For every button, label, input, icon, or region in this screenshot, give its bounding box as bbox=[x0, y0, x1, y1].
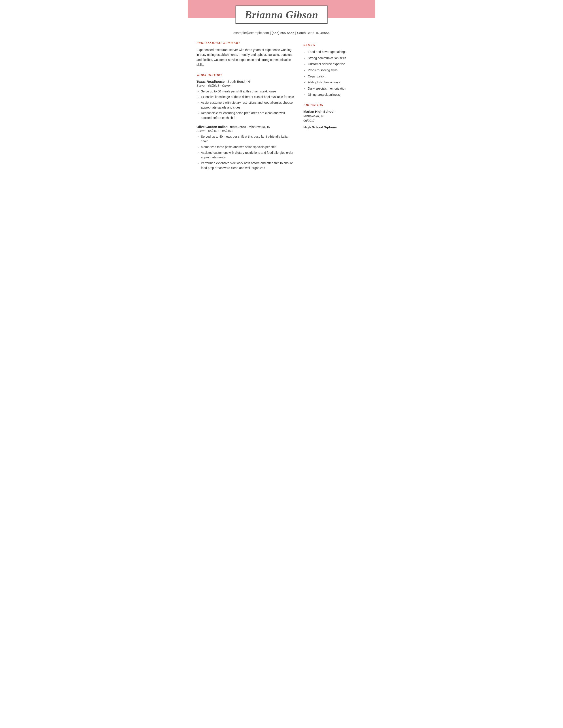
job-2-bullets: Served up to 40 meals per shift at this … bbox=[196, 134, 295, 171]
job-2-location: Mishawaka, IN bbox=[248, 125, 270, 129]
job-1-bullets: Serve up to 50 meals per shift at this c… bbox=[196, 89, 295, 120]
name-box: Brianna Gibson bbox=[235, 6, 328, 24]
location: South Bend, IN 46556 bbox=[297, 31, 330, 35]
job-2-location-separator: . bbox=[247, 125, 248, 129]
professional-summary-title: PROFESSIONAL SUMMARY bbox=[196, 41, 295, 45]
phone: (555) 555-5555 bbox=[271, 31, 294, 35]
list-item: Memorized three pasta and two salad spec… bbox=[201, 145, 295, 150]
list-item: Served up to 40 meals per shift at this … bbox=[201, 134, 295, 144]
list-item: Strong communication skills bbox=[308, 56, 367, 61]
list-item: Serve up to 50 meals per shift at this c… bbox=[201, 89, 295, 94]
list-item: Organization bbox=[308, 74, 367, 79]
candidate-name: Brianna Gibson bbox=[245, 9, 319, 21]
job-2-company-line: Olive Garden Italian Restaurant . Mishaw… bbox=[196, 125, 295, 129]
education-title: EDUCATION bbox=[304, 103, 367, 107]
degree: High School Diploma bbox=[304, 125, 367, 129]
skills-title: SKILLS bbox=[304, 43, 367, 47]
main-content: PROFESSIONAL SUMMARY Experienced restaur… bbox=[188, 39, 375, 184]
skills-list: Food and beverage pairings Strong commun… bbox=[304, 50, 367, 97]
job-1-location-separator: . bbox=[225, 80, 227, 83]
job-2-dates: Server | 05/2017 - 06/2018 bbox=[196, 129, 295, 133]
header-banner: Brianna Gibson bbox=[188, 0, 375, 18]
list-item: Food and beverage pairings bbox=[308, 50, 367, 54]
job-1-company: Texas Roadhouse bbox=[196, 80, 224, 83]
list-item: Assisted customers with dietary restrict… bbox=[201, 150, 295, 160]
job-2-date-range: 05/2017 - 06/2018 bbox=[208, 129, 233, 133]
list-item: Dining area cleanliness bbox=[308, 92, 367, 97]
job-2-company: Olive Garden Italian Restaurant bbox=[196, 125, 246, 129]
job-1-date-range: 06/2018 - Current bbox=[208, 84, 232, 87]
job-1-dates-separator: | bbox=[206, 84, 208, 87]
right-column: SKILLS Food and beverage pairings Strong… bbox=[304, 41, 367, 175]
job-1-dates: Server | 06/2018 - Current bbox=[196, 84, 295, 87]
job-2: Olive Garden Italian Restaurant . Mishaw… bbox=[196, 125, 295, 171]
job-1-company-line: Texas Roadhouse . South Bend, IN bbox=[196, 80, 295, 83]
job-1-role: Server bbox=[196, 84, 205, 87]
list-item: Problem-solving skills bbox=[308, 68, 367, 73]
list-item: Assist customers with dietary restrictio… bbox=[201, 100, 295, 110]
school-city-state: Mishawaka, iN bbox=[304, 114, 367, 118]
list-item: Customer service expertise bbox=[308, 62, 367, 67]
job-1: Texas Roadhouse . South Bend, IN Server … bbox=[196, 80, 295, 120]
school-name: Marian High School bbox=[304, 110, 367, 113]
list-item: Ability to lift heavy trays bbox=[308, 80, 367, 85]
contact-bar: example@example.com | (555) 555-5555 | S… bbox=[188, 29, 375, 39]
list-item: Performed extensive side work both befor… bbox=[201, 161, 295, 170]
email: example@example.com bbox=[233, 31, 269, 35]
list-item: Extensive knowledge of the 8 different c… bbox=[201, 95, 295, 99]
list-item: Responsible for ensuring salad prep area… bbox=[201, 111, 295, 120]
job-1-location: South Bend, IN bbox=[227, 80, 250, 83]
summary-text: Experienced restaurant server with three… bbox=[196, 47, 295, 67]
list-item: Daily specials memorization bbox=[308, 86, 367, 91]
job-2-dates-separator: | bbox=[206, 129, 208, 133]
school-date: 06/2017 bbox=[304, 118, 367, 123]
job-2-role: Server bbox=[196, 129, 205, 133]
left-column: PROFESSIONAL SUMMARY Experienced restaur… bbox=[196, 41, 295, 175]
work-history-title: WORK HISTORY bbox=[196, 73, 295, 77]
